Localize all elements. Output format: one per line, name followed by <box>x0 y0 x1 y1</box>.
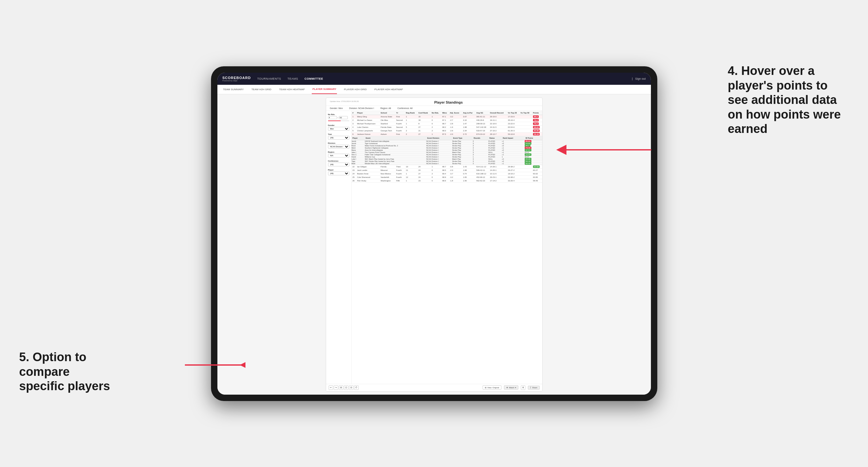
conference-filter-display: Conference: All <box>398 107 412 110</box>
col-rank: # <box>351 111 356 115</box>
col-player: Player <box>356 111 380 115</box>
download-button[interactable]: ⬇ <box>521 385 525 390</box>
no-rds-slider[interactable] <box>328 121 349 121</box>
expanded-table: Player Event Event Division Event Type R… <box>351 136 542 165</box>
watch-label: Watch <box>509 387 515 388</box>
nav-link-committee[interactable]: COMMITTEE <box>304 77 323 80</box>
subnav-team-summary[interactable]: TEAM SUMMARY <box>222 85 245 94</box>
filter-group-division: Division NCAA Division I <box>328 142 349 149</box>
filter-group-conference: Conference (All) <box>328 160 349 166</box>
chevron-down-icon: ▾ <box>515 386 516 388</box>
gender-filter-display: Gender: Men <box>330 107 343 110</box>
region-filter-display: Region: All <box>380 107 391 110</box>
panel-header: Update time: 27/01/2024 16:56:26 Player … <box>326 98 542 106</box>
eye-icon: 👁 <box>506 387 508 388</box>
table-row: 24 Bastien Amat New Mexico Fourth 1 27 2… <box>351 172 542 175</box>
subnav-player-h2h-heatmap[interactable]: PLAYER H2H HEATMAP <box>374 85 404 94</box>
copy-button[interactable]: ⊡ <box>344 385 348 390</box>
annotation-left: 5. Option to compare specific players <box>19 350 115 394</box>
share-button[interactable]: ⤴ Share <box>528 386 539 390</box>
cell-adj-score: -3.2 <box>449 115 462 118</box>
nav-right: | Sign out <box>632 77 646 80</box>
update-time: Update time: 27/01/2024 16:56:26 <box>330 100 359 102</box>
redo-button[interactable]: ↪ <box>334 385 338 390</box>
player-select[interactable]: (All) <box>328 172 349 175</box>
col-avg-sg: Avg SG <box>475 111 489 115</box>
cell-no-rds: 1 <box>431 115 441 118</box>
table-row: 1 Wenyi Ding Arizona State First 1 15 1 … <box>351 115 542 118</box>
region-select[interactable]: N/A <box>328 154 349 157</box>
conference-label: Conference <box>328 160 349 162</box>
expanded-table-row: Luke I SEC Match Play hosted by Jerry Pa… <box>351 158 542 160</box>
col-adj-score: Adj. Score <box>449 111 462 115</box>
col-points: Points <box>532 111 542 115</box>
cell-rank: 1 <box>351 115 356 118</box>
undo-button[interactable]: ↩ <box>329 385 333 390</box>
subnav-player-h2h-grid[interactable]: PLAYER H2H GRID <box>343 85 367 94</box>
col-school: School <box>380 111 395 115</box>
expanded-table-row: Jacob UNCW Seahawk Intercollegiate NCAA … <box>351 140 542 142</box>
col-wins: Wins <box>441 111 449 115</box>
expanded-table-row: Jake I The Cypress Point Classic NCAA Di… <box>351 151 542 153</box>
logo-area: SCOREBOARD Powered by clippi <box>222 76 251 82</box>
watch-button[interactable]: 👁 Watch ▾ <box>504 385 519 390</box>
division-select[interactable]: NCAA Division I <box>328 145 349 149</box>
region-label: Region <box>328 151 349 153</box>
year-label: Year <box>328 133 349 135</box>
sidebar-filters: No Rds. - <box>326 111 351 384</box>
share-icon: ⤴ <box>530 387 531 388</box>
expanded-table-row: Alex C Fallen Oak Collegiate Invitationa… <box>351 153 542 156</box>
conference-select[interactable]: (All) <box>328 162 349 166</box>
table-row: 22 Ian Gilligan Florida Third 10 24 1 68… <box>351 165 542 168</box>
expanded-table-row: Jacob Tiger Invitational NCAA Division I… <box>351 142 542 145</box>
col-no-rds: No Rds. <box>431 111 441 115</box>
sign-out-link[interactable]: Sign out <box>635 77 646 80</box>
clock-button[interactable]: ⏱ <box>354 385 359 390</box>
gender-select[interactable]: Men Women <box>328 127 349 131</box>
panel-toolbar: ↩ ↪ ⊞ ⊡ ⊟ ⏱ ⊞ View: Original <box>326 384 542 391</box>
expanded-table-row: Tiger SEC Stroke Play hosted by Jerry Pa… <box>351 160 542 162</box>
cell-points[interactable]: 88.2 <box>532 115 542 118</box>
subnav-team-h2h-heatmap[interactable]: TEAM H2H HEATMAP <box>278 85 305 94</box>
expanded-table-row: Mitch Southern Highlands Collegiate NCAA… <box>351 147 542 149</box>
filter-button[interactable]: ⊞ <box>339 385 343 390</box>
nav-bar: SCOREBOARD Powered by clippi TOURNAMENTS… <box>217 73 651 85</box>
table-area: # Player School Yr Reg Rank Conf Rank No… <box>351 111 542 384</box>
subnav-player-summary[interactable]: PLAYER SUMMARY <box>312 85 337 94</box>
no-rds-label: No Rds. <box>328 114 349 115</box>
view-original-button[interactable]: ⊞ View: Original <box>483 385 501 390</box>
subnav-team-h2h-grid[interactable]: TEAM H2H GRID <box>251 85 272 94</box>
table-row: 2 Michael La Sasso Ole Miss Second 1 18 … <box>351 118 542 122</box>
col-vs50: Vs Top 50 <box>520 111 532 115</box>
table-row: 26 Petr Hruby Washington Fifth 1 23 0 68… <box>351 179 542 182</box>
content-area: No Rds. - <box>326 111 542 384</box>
view-label: View: Original <box>487 387 499 388</box>
layout-button[interactable]: ⊟ <box>349 385 353 390</box>
col-avg-par: Avg to-Par <box>462 111 475 115</box>
expanded-table-row: Mane Amer An Intercollegiate NCAA Divisi… <box>351 149 542 151</box>
share-label: Share <box>532 387 537 388</box>
panel-title: Player Standings <box>434 100 463 104</box>
filter-group-player: Player (All) <box>328 169 349 175</box>
cell-player: Wenyi Ding <box>356 115 380 118</box>
expanded-table-row: Brent Wake Forest Invitational at Pinehu… <box>351 145 542 147</box>
nav-link-teams[interactable]: TEAMS <box>287 77 298 80</box>
table-row: 6 Jackson Koivun Auburn First 2 27 1 87.… <box>351 132 542 136</box>
view-icon: ⊞ <box>485 386 487 388</box>
no-rds-to-input[interactable] <box>339 116 348 119</box>
col-reg-rank: Reg Rank <box>405 111 417 115</box>
expanded-table-row: Mattl Mirabel Maui Jim Intercollegiate N… <box>351 162 542 164</box>
col-conf-rank: Conf Rank <box>417 111 431 115</box>
annotation-right: 4. Hover over a player's points to see a… <box>728 64 849 136</box>
right-annotation-arrow <box>552 137 654 162</box>
table-header-row: # Player School Yr Reg Rank Conf Rank No… <box>351 111 542 115</box>
nav-links: TOURNAMENTS TEAMS COMMITTEE <box>257 77 632 80</box>
left-annotation-arrow <box>182 357 245 373</box>
col-vs25: Vs Top 25 <box>507 111 519 115</box>
no-rds-from-input[interactable] <box>328 116 337 119</box>
year-select[interactable]: (All) <box>328 136 349 139</box>
nav-link-tournaments[interactable]: TOURNAMENTS <box>257 77 281 80</box>
cell-wins: 67.1 <box>441 115 449 118</box>
filter-group-year: Year (All) <box>328 133 349 139</box>
standings-panel: Update time: 27/01/2024 16:56:26 Player … <box>326 97 542 392</box>
